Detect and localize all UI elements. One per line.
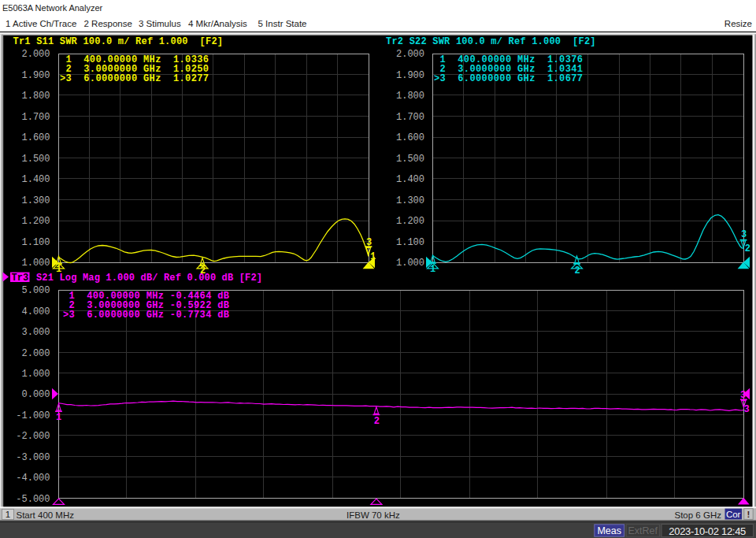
svg-text:IFBW 70 kHz: IFBW 70 kHz (346, 510, 400, 520)
svg-text:1.400: 1.400 (396, 174, 424, 185)
svg-text:!: ! (747, 510, 750, 519)
svg-text:Cor: Cor (726, 510, 741, 519)
svg-text:2: 2 (374, 416, 380, 427)
svg-text:2023-10-02 12:45: 2023-10-02 12:45 (669, 525, 746, 537)
svg-text:S21 Log Mag 1.000 dB/ Ref 0.00: S21 Log Mag 1.000 dB/ Ref 0.000 dB [F2] (36, 273, 262, 284)
svg-text:3: 3 (744, 404, 750, 415)
svg-text:ExtRef: ExtRef (628, 525, 658, 536)
svg-text:-1.000: -1.000 (16, 410, 50, 421)
svg-text:2.000: 2.000 (396, 49, 424, 60)
svg-text:Start 400 MHz: Start 400 MHz (17, 510, 75, 520)
svg-text:3.000: 3.000 (21, 327, 50, 338)
svg-text:0.000: 0.000 (21, 389, 50, 400)
svg-text:1.100: 1.100 (396, 237, 424, 248)
svg-text:Tr1 S11 SWR 100.0 m/ Ref 1.000: Tr1 S11 SWR 100.0 m/ Ref 1.000 [F2] (13, 36, 224, 47)
svg-text:1.600: 1.600 (396, 132, 424, 143)
svg-text:1: 1 (370, 251, 376, 262)
svg-text:4.000: 4.000 (21, 306, 50, 317)
svg-text:1.700: 1.700 (396, 112, 424, 123)
svg-text:1.700: 1.700 (21, 112, 50, 123)
svg-text:Tr2 S22 SWR 100.0 m/ Ref 1.000: Tr2 S22 SWR 100.0 m/ Ref 1.000 [F2] (386, 36, 596, 47)
svg-text:Tr3: Tr3 (12, 273, 29, 284)
svg-text:Meas: Meas (597, 525, 621, 536)
svg-text:5 Instr State: 5 Instr State (258, 19, 307, 28)
svg-text:3 Stimulus: 3 Stimulus (139, 19, 181, 28)
svg-text:1.200: 1.200 (21, 216, 50, 227)
svg-text:1.000: 1.000 (396, 258, 424, 269)
svg-text:5.000: 5.000 (21, 285, 50, 296)
svg-text:1 Active Ch/Trace: 1 Active Ch/Trace (6, 19, 76, 28)
svg-text:1.300: 1.300 (396, 195, 424, 206)
svg-text:2.000: 2.000 (21, 49, 50, 60)
svg-text:-3.000: -3.000 (16, 452, 50, 463)
svg-text:E5063A Network Analyzer: E5063A Network Analyzer (2, 3, 103, 13)
svg-text:1.900: 1.900 (396, 70, 424, 81)
svg-text:2: 2 (745, 243, 750, 254)
svg-text:-4.000: -4.000 (16, 473, 50, 484)
svg-text:1.100: 1.100 (21, 237, 50, 248)
svg-text:1.300: 1.300 (21, 195, 50, 206)
svg-text:-2.000: -2.000 (16, 431, 50, 442)
svg-text:2 Response: 2 Response (84, 19, 132, 28)
svg-text:1: 1 (6, 510, 10, 519)
svg-text:1.600: 1.600 (21, 132, 50, 143)
svg-text:Stop 6 GHz: Stop 6 GHz (675, 510, 722, 520)
svg-text:4 Mkr/Analysis: 4 Mkr/Analysis (188, 19, 247, 28)
svg-text:1.000: 1.000 (21, 369, 50, 380)
svg-text:>3 6.0000000 GHz 1.0677: >3 6.0000000 GHz 1.0677 (434, 73, 583, 84)
svg-text:2: 2 (574, 265, 580, 276)
svg-text:3: 3 (366, 237, 372, 248)
svg-text:-5.000: -5.000 (16, 494, 50, 505)
svg-text:3: 3 (741, 229, 747, 240)
svg-text:2.000: 2.000 (21, 348, 50, 359)
svg-text:2: 2 (200, 265, 206, 276)
svg-text:1.900: 1.900 (21, 70, 50, 81)
svg-text:1.000: 1.000 (21, 258, 50, 269)
svg-text:Resize: Resize (724, 19, 752, 28)
svg-text:1: 1 (56, 412, 61, 423)
svg-text:1.400: 1.400 (21, 174, 50, 185)
svg-text:1.800: 1.800 (21, 91, 50, 102)
svg-text:1.200: 1.200 (396, 216, 424, 227)
svg-text:1.800: 1.800 (396, 91, 424, 102)
svg-text:1.500: 1.500 (396, 154, 424, 165)
svg-text:>3 6.0000000 GHz 1.0277: >3 6.0000000 GHz 1.0277 (60, 73, 209, 84)
svg-text:1.500: 1.500 (21, 154, 50, 165)
svg-text:>3 6.0000000 GHz -0.7734 dB: >3 6.0000000 GHz -0.7734 dB (63, 310, 229, 321)
